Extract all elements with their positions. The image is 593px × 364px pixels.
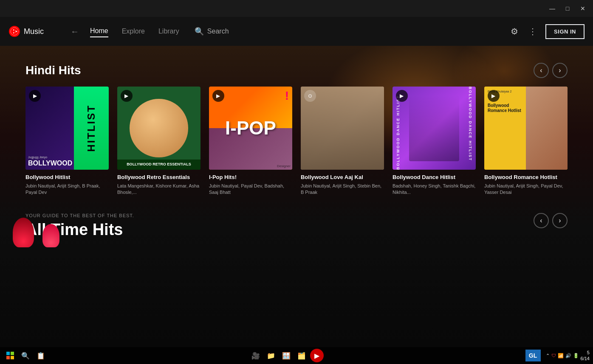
youtube-music-icon — [8, 25, 20, 37]
designer-tag: Designer — [277, 164, 291, 168]
time-display: 5 6/14 — [581, 350, 590, 362]
search-area[interactable]: 🔍 Search — [195, 27, 229, 36]
card-title-love: Bollywood Love Aaj Kal — [301, 174, 384, 181]
search-icon: 🔍 — [195, 27, 204, 36]
play-overlay-3[interactable]: ▶ — [212, 90, 224, 102]
card-thumb-retro: BOLLYWOOD RETRO ESSENTIALS ▶ — [117, 87, 200, 170]
taskbar-left: 🔍 📋 — [3, 349, 48, 362]
card-romance[interactable]: Bhool Bhulaiyaa 2 Bollywood Romance Hotl… — [484, 87, 568, 196]
card-subtitle: Jubin Nautiyal, Arijit Singh, B Praak, P… — [25, 183, 109, 196]
gl-logo: GL — [525, 350, 541, 361]
play-overlay-4[interactable]: ⊙ — [304, 90, 316, 102]
card-subtitle-romance: Jubin Nautiyal, Arijit Singh, Payal Dev,… — [484, 183, 568, 196]
all-time-title: All Time Hits — [25, 221, 568, 239]
tray-antivirus: 🛡 — [551, 353, 556, 358]
taskbar-meet-icon[interactable]: 🎥 — [249, 349, 263, 362]
peek-shape-2 — [42, 224, 59, 247]
peek-shape-1 — [13, 218, 34, 247]
nav-home[interactable]: Home — [90, 25, 108, 37]
ipop-title-text: I-POP — [225, 118, 276, 139]
retro-text: BOLLYWOOD RETRO ESSENTIALS — [117, 160, 200, 170]
card-thumb-bollywood-hitlist: Jugjugg Jeeyo BOLLYWOOD HITLIST ▶ — [25, 87, 109, 170]
next-arrow[interactable]: › — [552, 63, 568, 78]
card-thumb-ipop: I-POP ! Designer ▶ — [209, 87, 292, 170]
hindi-hits-section: Hindi Hits ‹ › Jugjugg Jeeyo BOLLYWOOD H… — [0, 46, 593, 204]
all-time-arrows: ‹ › — [534, 213, 568, 228]
ipop-exclaim: ! — [285, 89, 289, 103]
card-thumb-dance: BOLLYWOOD DANCE HITLIST BOLLYWOOD DANCE … — [393, 87, 476, 170]
play-overlay-2[interactable]: ▶ — [121, 90, 133, 102]
card-thumb-romance: Bhool Bhulaiyaa 2 Bollywood Romance Hotl… — [484, 87, 568, 170]
cards-row: Jugjugg Jeeyo BOLLYWOOD HITLIST ▶ Bollyw… — [25, 87, 568, 196]
carousel-nav: ‹ › — [534, 63, 568, 78]
all-time-next-arrow[interactable]: › — [552, 213, 568, 228]
svg-point-3 — [13, 30, 16, 33]
clock-time: 5 — [581, 350, 590, 356]
card-subtitle-dance: Badshah, Honey Singh, Tanishk Bagchi, Ni… — [393, 183, 476, 196]
section-header: Hindi Hits ‹ › — [25, 63, 568, 78]
play-overlay-6[interactable]: ▶ — [488, 90, 500, 102]
card-subtitle-ipop: Jubin Nautiyal, Payal Dev, Badshah, Saaj… — [209, 183, 292, 196]
tray-volume[interactable]: 🔊 — [565, 353, 571, 358]
prev-arrow[interactable]: ‹ — [534, 63, 549, 78]
tray-wifi[interactable]: 📶 — [558, 353, 564, 358]
romance-title-text: Bollywood Romance Hotlist — [488, 103, 522, 113]
taskbar-right: GL ⌃ 🛡 📶 🔊 🔋 5 6/14 — [525, 350, 590, 362]
nav-explore[interactable]: Explore — [122, 26, 145, 37]
main-content: Hindi Hits ‹ › Jugjugg Jeeyo BOLLYWOOD H… — [0, 46, 593, 347]
card-title: Bollywood Hitlist — [25, 174, 109, 181]
play-overlay[interactable]: ▶ — [29, 90, 41, 102]
card-bollywood-hitlist[interactable]: Jugjugg Jeeyo BOLLYWOOD HITLIST ▶ Bollyw… — [25, 87, 109, 196]
tray-up-arrow[interactable]: ⌃ — [546, 353, 550, 358]
dance-person — [409, 95, 459, 162]
nav-library[interactable]: Library — [158, 26, 179, 37]
sign-in-button[interactable]: SIGN IN — [545, 24, 585, 39]
thumb-bwood-text: BOLLYWOOD — [28, 160, 73, 167]
bottom-peek-shapes — [13, 218, 59, 247]
header-right: ⚙ ⋮ SIGN IN — [509, 24, 585, 39]
card-title-romance: Bollywood Romance Hotlist — [484, 174, 568, 181]
svg-rect-4 — [6, 352, 10, 355]
card-title-retro: Bollywood Retro Essentials — [117, 174, 200, 181]
taskbar-start-icon[interactable] — [3, 349, 17, 362]
taskbar-center: 🎥 📁 🪟 🗂️ ▶ — [249, 349, 324, 362]
card-title-dance: Bollywood Dance Hitlist — [393, 174, 476, 181]
all-time-hits-section: YOUR GUIDE TO THE BEST OF THE BEST. All … — [0, 204, 593, 247]
dance-text-right: BOLLYWOOD DANCE HITLIST — [468, 87, 472, 170]
card-bollywood-retro[interactable]: BOLLYWOOD RETRO ESSENTIALS ▶ Bollywood R… — [117, 87, 200, 196]
maximize-button[interactable]: □ — [561, 3, 574, 14]
card-love[interactable]: ⊙ Bollywood Love Aaj Kal Jubin Nautiyal,… — [301, 87, 384, 196]
card-ipop[interactable]: I-POP ! Designer ▶ I-Pop Hits! Jubin Nau… — [209, 87, 292, 196]
taskbar-ytmusic-icon[interactable]: ▶ — [310, 349, 324, 362]
taskbar-task-icon[interactable]: 📋 — [34, 349, 48, 362]
taskbar-search-icon[interactable]: 🔍 — [19, 349, 32, 362]
header: Music ← Home Explore Library 🔍 Search ⚙ … — [0, 17, 593, 46]
svg-rect-5 — [11, 352, 14, 355]
taskbar-apps-icon[interactable]: 🗂️ — [295, 349, 308, 362]
hitlist-vert-text: HITLIST — [85, 104, 97, 152]
retro-face — [130, 99, 188, 157]
taskbar-store-icon[interactable]: 🪟 — [280, 349, 293, 362]
search-label: Search — [207, 28, 229, 35]
all-time-prev-arrow[interactable]: ‹ — [534, 213, 549, 228]
card-subtitle-retro: Lata Mangeshkar, Kishore Kumar, Asha Bho… — [117, 183, 200, 196]
taskbar-files-icon[interactable]: 📁 — [264, 349, 278, 362]
thumb-small-label: Jugjugg Jeeyo — [28, 156, 73, 159]
logo-area: Music — [8, 25, 59, 37]
thumb-green-strip: HITLIST — [74, 87, 109, 170]
svg-rect-7 — [11, 356, 14, 359]
minimize-button[interactable]: — — [545, 3, 559, 14]
app-title: Music — [24, 27, 44, 36]
back-button[interactable]: ← — [68, 24, 82, 39]
card-subtitle-love: Jubin Nautiyal, Arijit Singh, Stebin Ben… — [301, 183, 384, 196]
settings-button[interactable]: ⚙ — [509, 25, 520, 38]
section-title: Hindi Hits — [25, 64, 81, 77]
tray-battery: 🔋 — [573, 353, 579, 358]
close-button[interactable]: ✕ — [576, 3, 590, 14]
play-overlay-5[interactable]: ▶ — [396, 90, 408, 102]
taskbar: 🔍 📋 🎥 📁 🪟 🗂️ ▶ GL ⌃ 🛡 📶 🔊 🔋 5 6/14 — [0, 347, 593, 364]
main-nav: Home Explore Library — [90, 25, 179, 37]
svg-rect-6 — [6, 356, 10, 359]
card-dance[interactable]: BOLLYWOOD DANCE HITLIST BOLLYWOOD DANCE … — [393, 87, 476, 196]
more-options-button[interactable]: ⋮ — [527, 25, 539, 38]
